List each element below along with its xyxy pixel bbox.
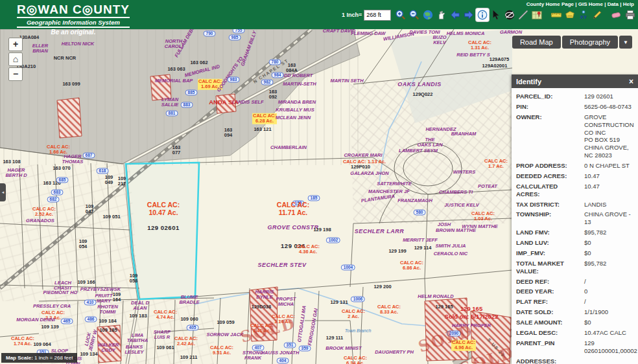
identify-icon[interactable]: [476, 8, 489, 21]
basemap-switcher: Road Map Photography ▼: [512, 36, 632, 49]
identify-field-row: DEED REF: /: [516, 277, 633, 287]
rowan-county-logo: R◎WAN C◎UNTY Geographic Information Syst…: [17, 2, 130, 36]
map-scale-label: Map Scale:: [6, 355, 33, 361]
eraser-icon[interactable]: [610, 8, 623, 21]
identify-field-row: DEED YEAR: 0: [516, 286, 633, 297]
top-link-help[interactable]: Help: [623, 1, 634, 7]
zoom-out-button[interactable]: −: [8, 67, 23, 81]
logo-subtitle: Geographic Information System: [17, 17, 130, 28]
draw-pencil-icon[interactable]: [591, 8, 604, 21]
map-scale-value: 1 inch = 268 feet: [33, 355, 73, 361]
map-toolbar: 1 Inch=: [342, 8, 638, 21]
identify-field-label: PROP ADDRESS:: [516, 162, 582, 170]
identify-field-value: $0: [584, 249, 633, 257]
scale-input[interactable]: [364, 10, 391, 21]
identify-field-value: $95,782: [584, 229, 633, 236]
identify-field-row: PLAT REF: /: [516, 297, 633, 307]
identify-field-value: $0: [584, 319, 633, 326]
home-extent-button[interactable]: ⌂: [8, 52, 23, 66]
identify-field-value: 1/1/1900: [584, 308, 633, 316]
zoom-out-icon[interactable]: [408, 8, 421, 21]
identify-field-label: SALE AMOUNT:: [516, 319, 582, 326]
basemap-dropdown-caret[interactable]: ▼: [619, 36, 632, 49]
identify-field-row: CALCULATED ACRES: 10.47: [516, 181, 633, 199]
identify-field-label: PARENT_PIN: [516, 339, 582, 355]
identify-field-row: TAX DISTRICT: LANDIS: [516, 199, 633, 210]
identify-field-row: LAND LUV: $0: [516, 238, 633, 248]
sidebar-toggle[interactable]: ◂: [0, 183, 6, 201]
identify-field-label: DATE SOLD:: [516, 308, 582, 316]
identify-field-value: CHINA GROVE - 13: [584, 210, 633, 226]
zoom-in-button[interactable]: +: [8, 38, 23, 51]
clear-selection-globe-icon[interactable]: [503, 8, 516, 21]
full-extent-globe-icon[interactable]: [421, 8, 434, 21]
zoom-controls: + ⌂ −: [8, 38, 23, 82]
identify-field-row: SALE AMOUNT: $0: [516, 317, 633, 328]
next-extent-arrow-icon[interactable]: [462, 8, 475, 21]
identify-field-value: 0 N CHAPEL ST: [584, 162, 633, 170]
identify-panel: Identify × PARCEL_ID: 129 02601 PIN: 562…: [512, 74, 638, 364]
identify-field-label: TAX DISTRICT:: [516, 201, 582, 209]
identify-field-value: GROVE CONSTRUCTION CO INCPO BOX 519CHINA…: [584, 113, 634, 159]
identify-field-label: IMP_FMV:: [516, 249, 582, 257]
map-locator-icon[interactable]: [530, 8, 543, 21]
identify-field-value: $95,782: [584, 260, 633, 275]
identify-field-value: 129 0260100001,00002: [584, 339, 637, 355]
top-link-county-home-page[interactable]: County Home Page: [526, 1, 574, 7]
identify-field-label: PIN:: [516, 103, 582, 111]
identify-field-row: IMP_FMV: $0: [516, 248, 633, 258]
zoom-in-icon[interactable]: [394, 8, 407, 21]
identify-field-row: LAND FMV: $95,782: [516, 227, 633, 238]
identify-field-row: DEEDED ACRES: 10.47: [516, 171, 633, 181]
identify-field-value: 5625-06-48-0743: [584, 103, 633, 111]
road-map-button[interactable]: Road Map: [512, 36, 561, 49]
identify-field-value: 0: [584, 288, 633, 295]
identify-field-label: LAND LUV:: [516, 239, 582, 247]
identify-field-label: ADDRESSES:: [516, 358, 582, 364]
identify-field-value: $0: [584, 239, 633, 247]
photography-button[interactable]: Photography: [562, 36, 618, 49]
identify-field-row: LEGAL DESC: 10.47AC CALC: [516, 328, 633, 338]
identify-field-value: 129 02601: [584, 93, 633, 100]
gis-app: R◎WAN C◎UNTY Geographic Information Syst…: [0, 0, 638, 364]
identify-panel-header: Identify ×: [512, 74, 638, 88]
identify-field-value: 10.47: [584, 172, 633, 180]
identify-field-row: PARCEL_ID: 129 02601: [516, 91, 633, 102]
identify-field-row: OWNER: GROVE CONSTRUCTION CO INCPO BOX 5…: [516, 112, 633, 161]
measure-line-icon[interactable]: [517, 8, 530, 21]
identify-field-row: PIN: 5625-06-48-0743: [516, 102, 633, 112]
top-link-data[interactable]: Data: [608, 1, 619, 7]
identify-field-label: DEEDED ACRES:: [516, 172, 582, 180]
logo-title: R◎WAN C◎UNTY: [17, 2, 130, 17]
select-pointer-icon[interactable]: [490, 8, 502, 21]
scale-label: 1 Inch=: [342, 12, 362, 18]
identify-field-label: DEED REF:: [516, 278, 582, 286]
identify-field-label: OWNER:: [516, 113, 582, 159]
pan-hand-icon[interactable]: [435, 8, 448, 21]
identify-field-label: CALCULATED ACRES:: [516, 183, 582, 198]
identify-field-row: PARENT_PIN 129 0260100001,00002: [516, 338, 633, 356]
svg-text:XY: XY: [580, 14, 587, 20]
identify-panel-title: Identify: [516, 78, 629, 85]
logo-tagline: Be an original.: [17, 28, 130, 36]
identify-field-value: 10.47: [584, 183, 633, 198]
map-scale-readout: Map Scale: 1 inch = 268 feet: [1, 353, 77, 363]
identify-field-value: [584, 358, 633, 364]
header-bar: R◎WAN C◎UNTY Geographic Information Syst…: [0, 0, 638, 29]
identify-field-label: PARCEL_ID:: [516, 93, 582, 100]
print-icon[interactable]: [624, 8, 637, 21]
dimension-ruler-icon[interactable]: [550, 8, 563, 21]
identify-field-value: LANDIS: [584, 201, 633, 209]
identify-field-label: PLAT REF:: [516, 298, 582, 306]
identify-field-value: /: [584, 278, 633, 286]
area-measure-icon[interactable]: [563, 8, 576, 21]
identify-field-row: ADDRESSES:: [516, 356, 633, 364]
identify-panel-body: PARCEL_ID: 129 02601 PIN: 5625-06-48-074…: [512, 88, 638, 364]
identify-field-row: PROP ADDRESS: 0 N CHAPEL ST: [516, 161, 633, 171]
close-icon[interactable]: ×: [629, 77, 633, 86]
identify-field-row: TOWNSHIP: CHINA GROVE - 13: [516, 209, 633, 227]
top-link-gis-home[interactable]: GIS Home: [578, 1, 603, 7]
identify-field-label: LAND FMV:: [516, 229, 582, 236]
previous-extent-arrow-icon[interactable]: [449, 8, 462, 21]
xy-coordinates-icon[interactable]: XY: [577, 8, 590, 21]
